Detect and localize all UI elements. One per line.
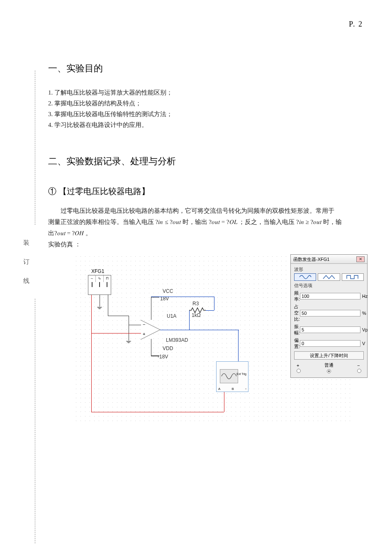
binding-line-top — [35, 71, 35, 225]
vdd-label: VDD — [163, 346, 173, 351]
subsection-heading: ① 【过零电压比较器电路】 — [48, 186, 363, 197]
section2-heading: 二、实验数据记录、处理与分析 — [48, 155, 363, 168]
wire-blue-tap — [151, 297, 214, 297]
duty-unit: % — [360, 311, 366, 316]
freq-unit: Hz — [360, 294, 368, 299]
amp-label: 振幅: — [294, 324, 300, 336]
fgen-title-bar: 函数发生器-XFG1 ✕ — [291, 255, 367, 264]
wire-black — [100, 295, 100, 307]
terminal-dot[interactable] — [327, 369, 331, 373]
amp-unit: Vp — [360, 327, 368, 332]
paragraph-line3: 出?𝑜𝑢𝑡 = ?𝑂𝐻 。 — [48, 228, 363, 239]
amp-input[interactable] — [300, 326, 360, 333]
xsc1-trig-port: ▫ — [245, 387, 246, 391]
xfg1-pin-plus — [92, 282, 93, 287]
binding-label-zhuang: 装 — [23, 239, 29, 247]
freq-label: 频率: — [294, 290, 300, 302]
wire-red — [91, 295, 92, 333]
text-2a: 测量正弦波的频率相位等。当输入电压 — [48, 219, 156, 225]
xfg1-label: XFG1 — [91, 268, 104, 274]
terminal-dot[interactable] — [357, 369, 361, 373]
ground-symbol — [97, 307, 102, 309]
wire-black — [108, 295, 108, 316]
section1-heading: 一、实验目的 — [48, 62, 363, 75]
objective-item: 2. 掌握电压比较器的结构及特点； — [48, 98, 363, 109]
offset-unit: V — [360, 341, 365, 346]
page-content: 一、实验目的 1. 了解电压比较器与运算放大器的性能区别； 2. 掌握电压比较器… — [48, 62, 363, 424]
offset-input[interactable] — [300, 340, 360, 347]
wire-blue — [214, 297, 214, 310]
terminal-dot[interactable] — [297, 369, 301, 373]
triangle-icon — [323, 275, 335, 280]
ic-label: LM393AD — [166, 337, 188, 343]
u1a-label: U1A — [167, 313, 176, 319]
objective-item: 1. 了解电压比较器与运算放大器的性能区别； — [48, 87, 363, 98]
wire-blue — [189, 330, 239, 330]
fgen-common-terminal: 普通 — [324, 362, 334, 373]
xsc1-ext-trig: Ext Trig — [236, 372, 246, 375]
fgen-signal-label: 信号选项 — [294, 282, 364, 289]
wave-square-button[interactable] — [342, 273, 364, 281]
rise-fall-button[interactable]: 设置上升/下降时间 — [294, 351, 364, 360]
wire-blue — [189, 310, 190, 330]
fgen-amp-row: 振幅: Vp — [294, 324, 364, 336]
wire-black — [129, 316, 129, 325]
r3-label: R3 — [192, 301, 199, 307]
xfg1-tri-icon: ∿ — [96, 275, 103, 282]
fgen-footer: + 普通 − — [294, 362, 364, 374]
fgen-plus-terminal: + — [297, 363, 301, 373]
xsc1-sine-icon — [221, 371, 237, 382]
simulation-label: 实验仿真 ： — [48, 239, 363, 250]
fgen-minus-terminal: − — [357, 363, 361, 373]
wave-sine-button[interactable] — [294, 273, 316, 281]
wave-triangle-button[interactable] — [318, 273, 340, 281]
paragraph-line2: 测量正弦波的频率相位等。当输入电压 ?𝑖𝑛 ≤ ?𝑜𝑢𝑡 时，输出 ?𝑜𝑢𝑡 =… — [48, 217, 363, 228]
xfg1-wave-row: ～ ∿ ⊓ — [88, 275, 111, 282]
wire-red — [129, 333, 141, 333]
wire-red — [91, 333, 92, 412]
page-number: P. 2 — [349, 20, 363, 29]
text-2b: ?𝑖𝑛 ≤ ?𝑜𝑢𝑡 时，输出 ?𝑜𝑢𝑡 = ?𝑂𝐿 ；反之，当输入电压 ?𝑖𝑛… — [156, 219, 342, 225]
plus-icon: + — [297, 363, 299, 368]
freq-input[interactable] — [300, 293, 360, 299]
minus-icon: − — [357, 363, 360, 368]
wire-black — [108, 316, 129, 316]
wire-black — [129, 325, 141, 325]
ground-symbol — [126, 341, 131, 343]
objective-item: 3. 掌握电压比较器电压传输特性的测试方法； — [48, 109, 363, 119]
offset-label: 偏置: — [294, 337, 300, 350]
xfg1-pin-com — [99, 282, 100, 287]
xsc1-ch-b: B — [232, 387, 234, 391]
wire-blue — [206, 310, 214, 311]
xfg1-pin-minus — [107, 282, 107, 287]
xfg1-square-icon: ⊓ — [104, 275, 111, 282]
xsc1-channel-row: A B ▫ — [218, 387, 246, 391]
xsc1-oscilloscope: Ext Trig A B ▫ — [216, 361, 248, 392]
opamp-minus-icon: − — [143, 322, 145, 327]
fgen-freq-row: 频率: Hz — [294, 290, 364, 302]
binding-label-ding: 订 — [23, 258, 29, 266]
xfg1-generator: ～ ∿ ⊓ — [88, 275, 111, 295]
fgen-body: 波形 信号选项 频率: Hz — [291, 264, 367, 377]
wire-vcc — [151, 297, 151, 320]
square-icon — [346, 275, 359, 280]
duty-label: 占空比: — [294, 304, 300, 322]
vdd-value: -18V — [158, 354, 168, 360]
fgen-duty-row: 占空比: % — [294, 304, 364, 322]
xfg1-sine-icon: ～ — [88, 275, 96, 282]
fgen-wave-label: 波形 — [294, 266, 364, 273]
close-button[interactable]: ✕ — [356, 256, 365, 262]
objective-item: 4. 学习比较器在电路设计中的应用。 — [48, 119, 363, 130]
binding-line-bottom — [35, 299, 35, 543]
duty-input[interactable] — [300, 310, 360, 316]
objectives-list: 1. 了解电压比较器与运算放大器的性能区别； 2. 掌握电压比较器的结构及特点；… — [48, 87, 363, 130]
xfg1-pins — [88, 282, 111, 290]
fgen-title: 函数发生器-XFG1 — [293, 255, 329, 264]
wire-red — [91, 412, 224, 412]
common-label: 普通 — [324, 363, 334, 368]
opamp-plus-icon: + — [143, 331, 145, 336]
xsc1-ch-a: A — [218, 387, 220, 391]
vcc-label: VCC — [163, 288, 173, 294]
fgen-wave-row — [294, 273, 364, 281]
binding-label-xian: 线 — [23, 277, 29, 285]
